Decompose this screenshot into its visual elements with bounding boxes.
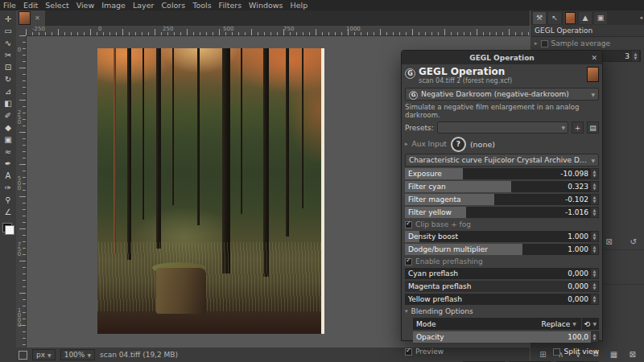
preflash-checkbox[interactable] [405, 258, 412, 265]
dialog-titlebar[interactable]: GEGL Operation ✕ [402, 51, 602, 64]
operation-select[interactable]: G Negative Darkroom (negative-darkroom) … [405, 88, 599, 101]
spin-buttons[interactable]: ▲▼ [591, 281, 599, 292]
rotate-tool-icon[interactable]: ↻ [2, 73, 14, 85]
slider-magenta-preflash[interactable]: Magenta preflash0,000 ▲▼ [405, 281, 599, 292]
add-preset-button[interactable]: + [572, 121, 584, 134]
sample-average-checkbox[interactable] [541, 40, 548, 47]
tab-close-icon[interactable]: ✕ [35, 14, 40, 22]
reset-tool-icon[interactable]: ↺ [630, 237, 637, 246]
text-tool-icon[interactable]: A [2, 170, 14, 182]
menu-layer[interactable]: Layer [133, 1, 155, 10]
paths-tool-icon[interactable]: ✒ [2, 158, 14, 170]
clip-base-fog-toggle[interactable]: Clip base + fog [405, 220, 599, 229]
ruler-label: 1000 [346, 26, 361, 32]
spin-buttons[interactable]: ▲▼ [591, 294, 599, 305]
spin-buttons[interactable]: ▲▼ [591, 194, 599, 205]
crop-tool-icon[interactable]: ⊡ [2, 61, 14, 73]
ruler-label: 0 [16, 47, 23, 51]
dock-menu-icon[interactable]: ◂ [639, 14, 642, 21]
aux-input-drop-target[interactable]: ? [451, 137, 466, 152]
spin-buttons[interactable]: ▲▼ [591, 268, 599, 279]
background-color[interactable] [5, 225, 14, 235]
ruler-label: 500 [16, 175, 23, 190]
quick-mask-toggle[interactable] [19, 351, 27, 360]
histogram-tab-icon[interactable]: ▲ [579, 12, 592, 24]
blending-options-expander[interactable]: ▾ Blending Options [405, 306, 599, 316]
mode-select[interactable]: Mode Replace ▼ ⟲ ▼ [413, 318, 599, 330]
shear-tool-icon[interactable]: ⊿ [2, 85, 14, 97]
spin-buttons[interactable]: ▲▼ [591, 231, 599, 242]
slider-density-boost[interactable]: Density boost1.000 ▲▼ [405, 231, 599, 242]
slider-opacity[interactable]: Opacity100,0 ▲▼ [413, 331, 599, 343]
tool-options-title: GEGL Operation [530, 25, 644, 37]
blend-space-icon[interactable]: ⟲ [584, 320, 591, 328]
presets-select[interactable]: ▼ [437, 121, 568, 134]
expander-icon: ▾ [405, 308, 408, 315]
clip-checkbox[interactable] [405, 221, 412, 228]
ink-tool-icon[interactable]: ✑ [2, 182, 14, 194]
spin-buttons[interactable]: ▲▼ [591, 181, 599, 192]
pointer-tab-icon[interactable]: ↖ [548, 12, 561, 24]
menu-tools[interactable]: Tools [192, 1, 211, 10]
tool-options-tab-icon[interactable]: ⚒ [533, 12, 546, 24]
forest-photo[interactable] [97, 48, 324, 334]
gegl-operation-dialog: GEGL Operation ✕ G GEGL Operation scan 0… [401, 50, 603, 341]
slider-yellow-preflash[interactable]: Yellow preflash0,000 ▲▼ [405, 294, 599, 305]
brushes-tab-icon[interactable]: ▣ [594, 12, 607, 24]
menu-file[interactable]: File [3, 1, 16, 10]
move-tool-icon[interactable]: ✛ [2, 13, 14, 25]
menu-filters[interactable]: Filters [219, 1, 242, 10]
tree-stump [156, 268, 206, 314]
unit-select[interactable]: px▼ [32, 349, 56, 360]
status-filename: scan 04.tiff (19,2 MB) [100, 351, 178, 359]
menu-select[interactable]: Select [45, 1, 68, 10]
scissors-select-tool-icon[interactable]: ✂ [2, 49, 14, 61]
image-dock-tab[interactable] [564, 12, 576, 24]
free-select-tool-icon[interactable]: ∿ [2, 37, 14, 49]
preview-toggle[interactable]: Preview [405, 348, 444, 356]
slider-exposure[interactable]: Exposure-10.098 ▲▼ [405, 168, 599, 179]
slider-dodge-burn[interactable]: Dodge/burn multiplier1.000 ▲▼ [405, 244, 599, 255]
menu-windows[interactable]: Windows [249, 1, 283, 10]
characteristic-curve-select[interactable]: Characteristic curve Fujicolor Crystal A… [405, 154, 599, 167]
slider-filter-yellow[interactable]: Filter yellow-1.016 ▲▼ [405, 207, 599, 218]
airbrush-tool-icon[interactable]: ◆ [2, 121, 14, 134]
split-view-toggle[interactable]: Split view [553, 348, 599, 356]
sample-average-row[interactable]: ▸ Sample average [530, 37, 644, 50]
slider-filter-magenta[interactable]: Filter magenta-0.102 ▲▼ [405, 194, 599, 205]
image-tab[interactable]: ✕ [16, 10, 45, 26]
enable-preflashing-toggle[interactable]: Enable preflashing [405, 257, 599, 266]
menu-edit[interactable]: Edit [23, 1, 38, 10]
spin-buttons[interactable]: ▲▼ [591, 244, 599, 255]
spin-buttons[interactable]: ▲▼ [632, 50, 640, 62]
menu-colors[interactable]: Colors [161, 1, 185, 10]
zoom-select[interactable]: 100%▼ [60, 349, 95, 360]
zoom-tool-icon[interactable]: ⚲ [2, 194, 14, 206]
spin-buttons[interactable]: ▲▼ [591, 207, 599, 218]
expander-icon[interactable]: ▸ [405, 141, 408, 147]
rectangle-select-tool-icon[interactable]: ▭ [2, 25, 14, 37]
fg-bg-color-swatch[interactable] [2, 223, 14, 235]
slider-cyan-preflash[interactable]: Cyan preflash0,000 ▲▼ [405, 268, 599, 279]
preview-checkbox[interactable] [405, 348, 412, 356]
delete-layer-icon[interactable]: ⊠ [629, 350, 635, 359]
horizontal-ruler: -250 0 250 500 750 1000 [26, 26, 530, 36]
close-icon[interactable]: ✕ [591, 51, 597, 64]
measure-tool-icon[interactable]: ∠ [2, 206, 14, 218]
smudge-tool-icon[interactable]: ≈ [2, 146, 14, 158]
clone-tool-icon[interactable]: ▣ [2, 134, 14, 146]
slider-filter-cyan[interactable]: Filter cyan0.323 ▲▼ [405, 181, 599, 192]
manage-presets-icon[interactable]: ▤ [587, 121, 599, 134]
delete-settings-icon[interactable]: ⊠ [605, 237, 612, 246]
split-view-checkbox[interactable] [553, 348, 560, 356]
menu-view[interactable]: View [76, 1, 95, 10]
spin-buttons[interactable]: ▲▼ [591, 331, 599, 343]
paintbrush-tool-icon[interactable]: ✐ [2, 109, 14, 121]
merge-layer-icon[interactable]: ▦ [610, 350, 617, 359]
menu-help[interactable]: Help [291, 1, 308, 10]
chevron-down-icon: ▼ [592, 321, 597, 327]
spin-buttons[interactable]: ▲▼ [591, 168, 599, 179]
menu-image[interactable]: Image [101, 1, 126, 10]
chevron-down-icon: ▼ [591, 158, 595, 163]
bucket-fill-tool-icon[interactable]: ◧ [2, 97, 14, 109]
